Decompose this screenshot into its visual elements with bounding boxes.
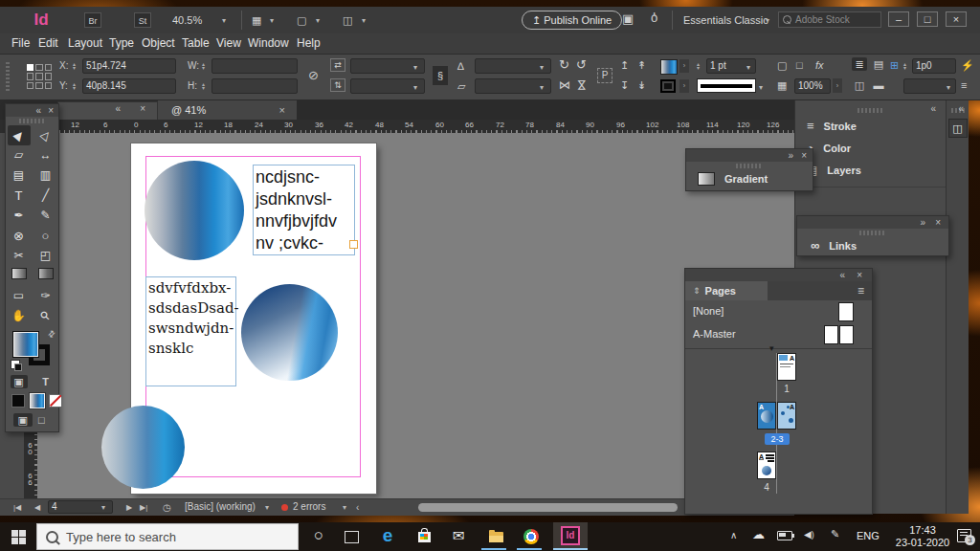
chevron-down-icon[interactable]: ▾ [759, 83, 763, 92]
effects-fx-icon[interactable]: fx [815, 58, 824, 72]
align-bottom-icon[interactable]: ↧ [620, 78, 629, 92]
menu-edit[interactable]: Edit [38, 33, 58, 54]
offset-stepper[interactable]: ▴ ▾ [903, 62, 906, 70]
h-value-field[interactable] [212, 78, 298, 94]
menu-window[interactable]: Window [248, 33, 289, 54]
view-options-icon[interactable]: ▦ [252, 13, 261, 27]
page-2-3-label-selected[interactable]: 2-3 [765, 433, 790, 445]
panel-drag-handle[interactable] [6, 62, 10, 91]
panel-menu-icon[interactable]: ≡ [858, 284, 864, 298]
close-icon[interactable]: × [140, 102, 145, 115]
last-page-button[interactable]: ▶| [140, 499, 147, 516]
pasteboard[interactable]: ncdjsnc- jsdnknvsl- nnvfjbvjfdv nv ;cvkc… [37, 133, 794, 498]
chevron-down-icon[interactable]: ▾ [413, 83, 417, 92]
chevron-down-icon[interactable]: ▾ [222, 16, 226, 25]
stroke-style-select[interactable] [697, 78, 756, 93]
indesign-taskbar-active[interactable]: Id [553, 522, 588, 549]
chevron-down-icon[interactable]: ▾ [265, 503, 269, 512]
x-value-field[interactable]: 51p4.724 [82, 58, 176, 74]
menu-type[interactable]: Type [109, 33, 134, 54]
text-frame-2[interactable]: sdvfvfdxbx- sdsdasDsad- swsndwjdn- snskl… [145, 276, 236, 386]
minimize-button[interactable]: – [888, 11, 909, 27]
collapse-icon[interactable]: « [958, 102, 964, 115]
collapse-icon[interactable]: « [35, 104, 41, 117]
a-master-thumbnail-right[interactable] [839, 325, 854, 344]
constrain-scale-link-icon[interactable]: § [433, 66, 448, 85]
page-4-thumbnail[interactable]: A [757, 452, 776, 479]
next-page-button[interactable]: ▶ [126, 499, 132, 516]
note-tool[interactable]: ▭ [8, 286, 31, 306]
collapsed-panel-header[interactable]: « × [57, 101, 158, 121]
speaker-icon[interactable]: ◀) [804, 529, 814, 540]
wrap-bounding-icon[interactable]: ▤ [871, 57, 886, 71]
select-container-icon[interactable]: P [597, 68, 612, 83]
file-explorer-icon[interactable] [481, 522, 510, 549]
close-icon[interactable]: × [48, 104, 54, 117]
chevron-down-icon[interactable]: ▾ [540, 83, 544, 92]
close-tab-icon[interactable]: × [279, 100, 285, 120]
expand-icon[interactable]: » [920, 216, 925, 229]
menu-layout[interactable]: Layout [68, 33, 102, 54]
preflight-profile[interactable]: [Basic] (working) [185, 501, 256, 512]
scroll-left-arrow[interactable]: ‹ [356, 499, 359, 516]
chevron-down-icon[interactable]: ▾ [766, 16, 769, 25]
chevron-down-icon[interactable]: ▾ [343, 503, 346, 512]
stock-button[interactable]: St [134, 12, 151, 28]
direct-selection-tool[interactable]: ▷ [34, 125, 57, 145]
gradient-panel-label[interactable]: Gradient [724, 173, 768, 185]
gradient-swatch-icon[interactable] [698, 172, 715, 186]
collapse-icon[interactable]: « [839, 269, 845, 281]
chevron-down-icon[interactable]: ▾ [270, 16, 274, 25]
offset-field[interactable]: 1p0 [912, 58, 956, 74]
h-stepper[interactable]: ▴ ▾ [202, 82, 205, 90]
drag-dots[interactable] [19, 119, 46, 123]
scissors-tool[interactable]: ✂ [8, 246, 31, 266]
content-collector-tool[interactable]: ▤ [8, 165, 31, 186]
start-button[interactable] [4, 522, 33, 549]
battery-icon[interactable] [777, 531, 792, 540]
wrap-jump-icon[interactable]: ▬ [871, 78, 886, 92]
gradient-feather-tool[interactable] [34, 266, 57, 286]
opacity-field[interactable]: 100% [794, 78, 831, 94]
frame-fitting-icon[interactable]: ⊞ [890, 58, 899, 72]
constrain-dimensions-broken-link-icon[interactable]: ⊘ [308, 69, 319, 82]
a-master-thumbnail-left[interactable] [824, 325, 838, 344]
close-icon[interactable]: × [935, 216, 941, 229]
store-icon[interactable] [410, 522, 438, 549]
fill-color-swatch[interactable] [660, 59, 678, 75]
adobe-stock-search[interactable]: Adobe Stock [778, 11, 881, 28]
frame-tool[interactable]: ⊗ [8, 226, 31, 246]
zoom-tool[interactable]: ⚲ [34, 306, 57, 326]
arrange-documents-icon[interactable]: ◫ [343, 13, 352, 27]
fill-swatch-arrow[interactable]: › [679, 59, 689, 73]
gradient-swatch-tool[interactable] [8, 266, 31, 286]
document-tab[interactable]: @ 41% × [158, 100, 297, 120]
y-stepper[interactable]: ▴ ▾ [73, 82, 76, 90]
stroke-swatch-arrow[interactable]: › [679, 79, 689, 93]
pages-dock-book-icon[interactable]: ◫ [948, 119, 968, 138]
chrome-icon[interactable] [517, 522, 546, 549]
chevron-down-icon[interactable]: ▾ [362, 16, 366, 25]
gradient-circle-3[interactable] [101, 406, 185, 489]
quick-apply-lightning-icon[interactable]: ⚡ [961, 58, 974, 72]
chevron-down-icon[interactable]: ▾ [746, 63, 750, 72]
page-1-thumbnail[interactable]: A [777, 353, 796, 381]
default-fill-stroke-icon[interactable] [11, 360, 20, 369]
apply-none-button[interactable] [49, 394, 62, 408]
task-view-icon[interactable] [337, 522, 366, 549]
text-outport[interactable] [349, 240, 358, 249]
normal-mode-button[interactable]: □ [33, 413, 52, 427]
bridge-button[interactable]: Br [84, 12, 101, 28]
pencil-tool[interactable]: ✎ [34, 206, 57, 226]
hand-tool[interactable]: ✋ [8, 306, 31, 326]
distribute-down-icon[interactable]: ↡ [637, 78, 646, 92]
menu-view[interactable]: View [216, 33, 241, 54]
reference-point-selected[interactable] [27, 64, 33, 71]
apply-gradient-button[interactable] [30, 393, 45, 408]
layers-panel-button[interactable]: ▤ Layers [807, 164, 861, 177]
chevron-down-icon[interactable]: ▾ [316, 16, 320, 25]
page-4-label[interactable]: 4 [757, 482, 776, 493]
chevron-down-icon[interactable]: ▾ [947, 83, 950, 92]
w-stepper[interactable]: ▴ ▾ [202, 62, 205, 70]
stroke-color-swatch[interactable] [660, 79, 676, 93]
